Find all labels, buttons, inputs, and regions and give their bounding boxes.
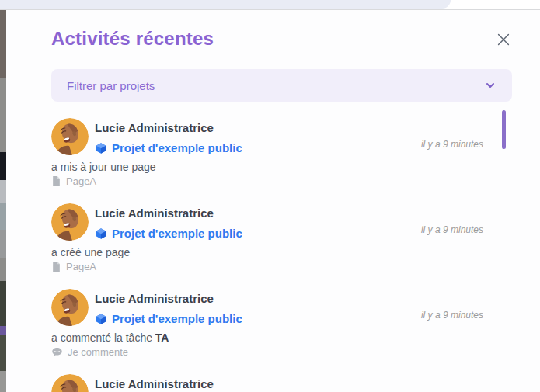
- activity-target-row: Je commente: [51, 345, 512, 359]
- activity-timestamp: il y a 9 minutes: [421, 310, 483, 321]
- user-column: Lucie Administratrice: [95, 374, 214, 392]
- activity-action: a créé une page: [51, 245, 512, 259]
- background-segment: [0, 371, 6, 392]
- background-segment: [0, 258, 6, 281]
- background-segment: [0, 78, 6, 152]
- user-column: Lucie Administratrice Projet d'exemple p…: [95, 118, 242, 155]
- page-top-bar-highlight: [0, 0, 451, 9]
- avatar: [51, 374, 89, 392]
- activity-item: Lucie Administratrice: [51, 374, 512, 392]
- close-icon: [495, 31, 512, 48]
- modal-title: Activités récentes: [51, 28, 214, 50]
- activity-action: a mis à jour une page: [51, 160, 512, 174]
- background-segment: [0, 180, 6, 203]
- filter-label: Filtrer par projets: [67, 79, 155, 92]
- comment-icon: [51, 346, 63, 358]
- background-segment: [0, 203, 6, 230]
- activity-target-label: Je commente: [68, 345, 128, 359]
- user-name: Lucie Administratrice: [95, 206, 242, 221]
- modal-header: Activités récentes: [6, 10, 540, 50]
- user-name: Lucie Administratrice: [95, 120, 242, 136]
- user-name: Lucie Administratrice: [95, 291, 242, 307]
- activity-target-row: PageA: [51, 260, 512, 273]
- activity-project-link[interactable]: Projet d'exemple public: [95, 311, 242, 326]
- activity-timestamp: il y a 9 minutes: [421, 139, 483, 150]
- project-name: Projet d'exemple public: [112, 140, 242, 155]
- page-top-bar: [0, 0, 540, 10]
- cube-icon: [95, 313, 107, 325]
- activity-list: Lucie Administratrice Projet d'exemple p…: [6, 118, 540, 392]
- activity-item: Lucie Administratrice Projet d'exemple p…: [51, 289, 512, 359]
- activity-target-label: PageA: [66, 260, 96, 273]
- scrollbar-thumb[interactable]: [502, 110, 506, 149]
- activity-target-row: PageA: [51, 175, 512, 188]
- cube-icon: [95, 227, 107, 240]
- background-segment: [0, 10, 6, 78]
- activity-item: Lucie Administratrice Projet d'exemple p…: [51, 118, 512, 188]
- page-background-edge: [0, 10, 6, 392]
- user-name: Lucie Administratrice: [95, 376, 214, 392]
- user-column: Lucie Administratrice Projet d'exemple p…: [95, 289, 242, 326]
- user-column: Lucie Administratrice Projet d'exemple p…: [95, 203, 242, 241]
- avatar: [51, 203, 89, 241]
- avatar: [51, 118, 89, 155]
- background-segment: [0, 335, 6, 371]
- activity-item-header: Lucie Administratrice Projet d'exemple p…: [51, 289, 512, 326]
- close-button[interactable]: [494, 30, 513, 49]
- background-segment: [0, 230, 6, 258]
- activity-timestamp: il y a 9 minutes: [421, 224, 483, 235]
- chevron-down-icon: [484, 79, 496, 92]
- page-icon: [51, 261, 61, 272]
- activity-item-header: Lucie Administratrice Projet d'exemple p…: [51, 203, 512, 241]
- background-segment: [0, 152, 6, 180]
- activity-item-header: Lucie Administratrice Projet d'exemple p…: [51, 118, 512, 155]
- project-name: Projet d'exemple public: [112, 311, 242, 326]
- recent-activities-modal: Activités récentes Filtrer par projets: [6, 10, 540, 392]
- activity-action: a commenté la tâche TA: [51, 331, 512, 345]
- filter-by-projects-dropdown[interactable]: Filtrer par projets: [51, 69, 512, 102]
- activity-project-link[interactable]: Projet d'exemple public: [95, 140, 242, 155]
- project-name: Projet d'exemple public: [112, 226, 242, 241]
- background-segment: [0, 326, 6, 335]
- activity-action-target-bold: TA: [155, 331, 169, 344]
- activity-target-label: PageA: [66, 175, 96, 188]
- cube-icon: [95, 142, 107, 154]
- activity-project-link[interactable]: Projet d'exemple public: [95, 226, 242, 241]
- activity-item: Lucie Administratrice Projet d'exemple p…: [51, 203, 512, 273]
- activity-item-header: Lucie Administratrice: [51, 374, 512, 392]
- background-segment: [0, 281, 6, 326]
- avatar: [51, 289, 89, 326]
- page-icon: [51, 175, 61, 187]
